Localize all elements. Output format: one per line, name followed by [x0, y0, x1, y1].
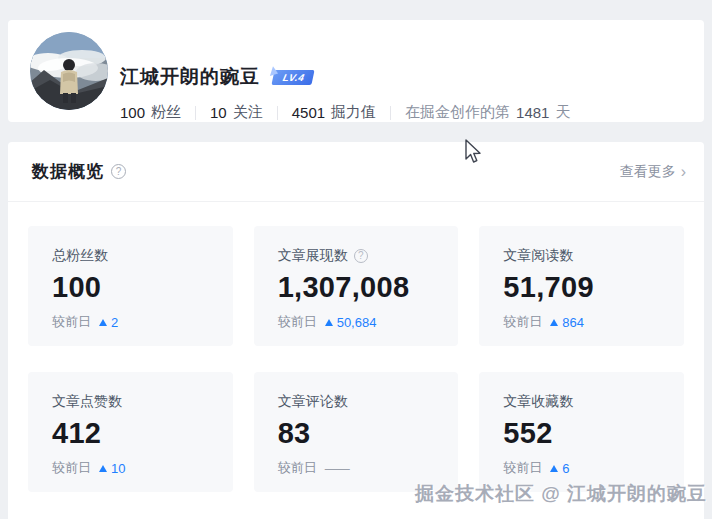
- card-label: 文章阅读数: [503, 247, 660, 265]
- creation-days: 在掘金创作的第 1481 天: [405, 103, 570, 122]
- delta-group: 864: [550, 315, 584, 330]
- delta-up-icon: [550, 319, 558, 326]
- power-count: 4501: [292, 104, 325, 121]
- delta-value: 10: [111, 461, 125, 476]
- card-value: 1,307,008: [278, 271, 435, 304]
- level-badge-label: LV.4: [282, 72, 306, 83]
- profile-stats-row: 100 粉丝 10 关注 4501 掘力值 在掘金创作的第 1481 天: [120, 103, 570, 122]
- card-value: 100: [52, 271, 209, 304]
- level-badge-icon: [269, 64, 278, 75]
- stat-card-total-followers: 总粉丝数 100 较前日 2: [28, 226, 233, 346]
- creation-days-prefix: 在掘金创作的第: [405, 103, 510, 122]
- followers-stat: 100 粉丝: [120, 103, 181, 122]
- power-label: 掘力值: [331, 103, 376, 122]
- delta-value: 864: [562, 315, 584, 330]
- profile-header-card: 江城开朗的豌豆 LV.4 100 粉丝 10 关注 4501 掘力值 在掘金创作…: [8, 20, 704, 122]
- following-count: 10: [210, 104, 227, 121]
- divider: [390, 106, 391, 120]
- avatar: [30, 32, 108, 110]
- delta-label: 较前日: [52, 313, 91, 331]
- data-overview-panel: 数据概览 ? 查看更多 › 总粉丝数 100 较前日 2 文章展现数: [8, 142, 704, 519]
- divider: [195, 106, 196, 120]
- delta-label: 较前日: [278, 313, 317, 331]
- card-label-text: 文章点赞数: [52, 393, 122, 411]
- following-label: 关注: [233, 103, 263, 122]
- mouse-cursor-icon: [464, 139, 484, 169]
- delta-group: 6: [550, 461, 569, 476]
- card-value: 83: [278, 417, 435, 450]
- delta-group: 50,684: [325, 315, 377, 330]
- avatar-image: [30, 32, 108, 110]
- followers-count: 100: [120, 104, 145, 121]
- panel-title-wrap: 数据概览 ?: [32, 160, 126, 183]
- card-label-text: 总粉丝数: [52, 247, 108, 265]
- username: 江城开朗的豌豆: [120, 64, 260, 90]
- delta-up-icon: [550, 465, 558, 472]
- card-value: 51,709: [503, 271, 660, 304]
- card-delta: 较前日 864: [503, 313, 660, 331]
- card-delta: 较前日 50,684: [278, 313, 435, 331]
- help-icon[interactable]: ?: [354, 249, 368, 263]
- level-badge[interactable]: LV.4: [271, 70, 314, 85]
- card-label-text: 文章评论数: [278, 393, 348, 411]
- stat-card-article-reads: 文章阅读数 51,709 较前日 864: [479, 226, 684, 346]
- delta-group: 2: [99, 315, 118, 330]
- panel-title: 数据概览: [32, 160, 104, 183]
- following-stat: 10 关注: [210, 103, 263, 122]
- card-label: 文章展现数 ?: [278, 247, 435, 265]
- card-value: 412: [52, 417, 209, 450]
- stat-card-article-impressions: 文章展现数 ? 1,307,008 较前日 50,684: [254, 226, 459, 346]
- delta-up-icon: [99, 319, 107, 326]
- creation-days-suffix: 天: [555, 103, 570, 122]
- delta-value: 50,684: [337, 315, 377, 330]
- view-more-link[interactable]: 查看更多 ›: [620, 163, 686, 181]
- panel-header: 数据概览 ? 查看更多 ›: [8, 142, 704, 202]
- stat-cards-grid: 总粉丝数 100 较前日 2 文章展现数 ? 1,307,008 较前日: [8, 202, 704, 492]
- delta-value: 6: [562, 461, 569, 476]
- delta-group: 10: [99, 461, 125, 476]
- watermark: 掘金技术社区 @ 江城开朗的豌豆: [415, 481, 707, 507]
- help-icon[interactable]: ?: [111, 164, 126, 179]
- card-label: 文章点赞数: [52, 393, 209, 411]
- stat-card-article-comments: 文章评论数 83 较前日 ——: [254, 372, 459, 492]
- delta-label: 较前日: [503, 313, 542, 331]
- delta-label: 较前日: [52, 459, 91, 477]
- delta-label: 较前日: [503, 459, 542, 477]
- card-delta: 较前日 6: [503, 459, 660, 477]
- delta-up-icon: [99, 465, 107, 472]
- card-delta: 较前日 ——: [278, 459, 435, 477]
- delta-label: 较前日: [278, 459, 317, 477]
- card-delta: 较前日 10: [52, 459, 209, 477]
- card-label-text: 文章收藏数: [503, 393, 573, 411]
- creation-days-value: 1481: [516, 104, 549, 121]
- card-label-text: 文章阅读数: [503, 247, 573, 265]
- chevron-right-icon: ›: [681, 164, 686, 180]
- card-value: 552: [503, 417, 660, 450]
- delta-none-value: ——: [325, 461, 349, 476]
- card-label-text: 文章展现数: [278, 247, 348, 265]
- stat-card-article-likes: 文章点赞数 412 较前日 10: [28, 372, 233, 492]
- card-label: 总粉丝数: [52, 247, 209, 265]
- delta-value: 2: [111, 315, 118, 330]
- followers-label: 粉丝: [151, 103, 181, 122]
- card-label: 文章收藏数: [503, 393, 660, 411]
- card-label: 文章评论数: [278, 393, 435, 411]
- card-delta: 较前日 2: [52, 313, 209, 331]
- delta-up-icon: [325, 319, 333, 326]
- power-stat: 4501 掘力值: [292, 103, 376, 122]
- view-more-label: 查看更多: [620, 163, 676, 181]
- stat-card-article-bookmarks: 文章收藏数 552 较前日 6: [479, 372, 684, 492]
- name-row: 江城开朗的豌豆 LV.4: [120, 64, 313, 90]
- divider: [277, 106, 278, 120]
